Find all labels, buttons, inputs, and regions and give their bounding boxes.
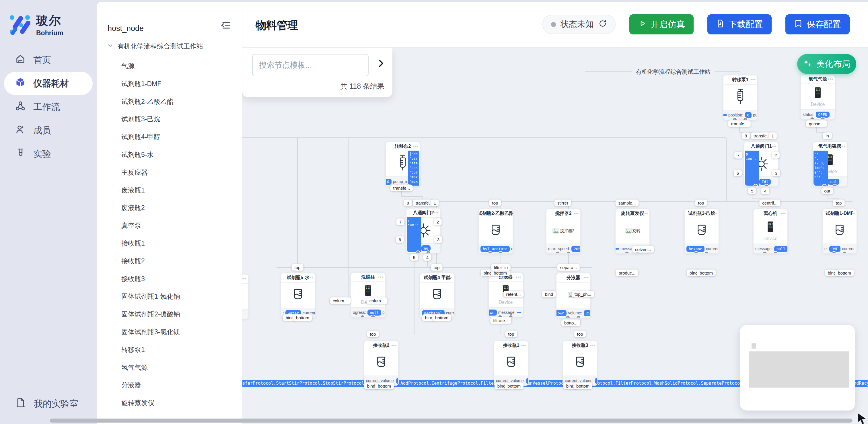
port-handle-icon[interactable]: › [508,315,513,317]
port-pill[interactable]: top_ph... [572,291,594,298]
port-pill[interactable]: produc... [616,270,638,276]
node-menu-icon[interactable]: ••• [242,276,247,281]
sidebar-item-experiments[interactable]: 实验 [0,142,97,166]
port-pill[interactable]: transfe. [413,200,433,206]
port-pill[interactable]: retent... [503,291,524,298]
port-handle-icon[interactable]: › [488,251,493,253]
sidebar-item-home[interactable]: 首页 [0,48,97,72]
port-pill[interactable]: 2 [434,219,442,225]
node-menu-icon[interactable]: ••• [590,342,595,347]
port-handle-icon[interactable]: › [822,184,827,186]
port-handle-icon[interactable]: › [763,251,767,253]
refresh-icon[interactable] [598,19,607,30]
save-config-button[interactable]: 保存配置 [785,14,850,34]
value-badge[interactable]: nu [422,245,431,251]
port-pill[interactable]: 3 [434,236,442,243]
node-card[interactable]: 转移泵2•••0pump_info:››{'de 'vir 'sta 'pos … [385,142,420,187]
node-card[interactable]: 转移泵1•••position:0pump›› [723,75,758,120]
node-card[interactable]: 试剂瓶3-己烷•••hexanecurrent_v›› [684,209,719,254]
port-pill[interactable]: 5 [748,188,756,194]
port-pill[interactable]: bottom [432,314,451,321]
port-pill[interactable]: bottom [574,383,592,389]
node-card[interactable]: 试剂瓶5-水•••:watercurrent_v›› [281,273,315,318]
tree-item[interactable]: 废液瓶1 [121,186,145,194]
port-pill[interactable]: out [822,188,833,194]
port-pill[interactable]: top [574,331,586,337]
port-pill[interactable]: top [833,200,845,206]
value-badge[interactable]: 2000 [571,246,580,252]
tree-item[interactable]: 试剂瓶3-己烷 [121,115,160,124]
node-menu-icon[interactable]: ••• [516,274,521,279]
port-pill[interactable]: in [823,132,832,139]
node-menu-icon[interactable]: ••• [584,275,589,280]
node-card[interactable]: 八通阀门2•••status:nu››r, ion': ' [406,208,441,253]
tree-item[interactable]: 真空泵 [121,221,141,230]
port-handle-icon[interactable]: › [842,251,847,253]
node-card[interactable]: 试剂瓶1-DMF•••e:DMFcurrent_vol›› [822,209,857,254]
tree-item[interactable]: 旋转蒸发仪 [121,398,154,407]
tree-item[interactable]: 接收瓶2 [121,256,145,265]
port-pill[interactable]: 3 [772,170,780,176]
tree-item[interactable]: 试剂瓶4-甲醇 [121,132,160,142]
node-menu-icon[interactable]: ••• [850,211,855,215]
node-card[interactable]: •••Idl›› [242,274,249,319]
value-badge[interactable]: DMF [829,246,840,252]
port-pill[interactable]: 2 [772,152,780,159]
port-handle-icon[interactable]: › [753,184,758,186]
port-pill[interactable]: 7 [396,219,404,225]
tree-item[interactable]: 固体试剂瓶3-氯化镁 [121,328,180,336]
minimap-viewport[interactable] [749,352,849,388]
port-pill[interactable]: transfe. [751,132,771,139]
tree-item[interactable]: 主反应器 [121,168,148,177]
node-menu-icon[interactable]: ••• [413,144,418,148]
port-pill[interactable]: top [292,264,304,271]
node-card[interactable]: 接收瓶2•••current_volume:0›› [364,340,399,386]
node-menu-icon[interactable]: ••• [433,210,439,215]
port-handle-icon[interactable]: › [555,251,560,253]
node-menu-icon[interactable]: ••• [574,211,579,215]
port-pill[interactable]: colum... [367,298,388,304]
node-menu-icon[interactable]: ••• [521,342,527,347]
tree-item[interactable]: 接收瓶1 [121,239,145,248]
value-badge[interactable]: 0 [396,378,398,384]
port-pill[interactable]: 7 [734,152,742,159]
port-handle-icon[interactable]: › [704,251,709,253]
node-menu-icon[interactable]: ••• [712,211,717,215]
value-badge[interactable]: 250 [584,310,590,316]
node-menu-icon[interactable]: ••• [828,76,833,81]
port-pill[interactable]: separa... [557,264,580,271]
port-pill[interactable]: sample... [616,200,639,206]
sidebar-item-workflow[interactable]: 工作流 [0,95,97,119]
node-menu-icon[interactable]: ••• [780,211,786,215]
value-badge[interactable]: nul [828,179,839,185]
tree-item[interactable]: 气源 [121,62,134,70]
port-pill[interactable]: colum... [330,298,351,304]
port-pill[interactable]: gasso... [806,120,827,127]
port-handle-icon[interactable]: › [565,315,570,317]
node-card[interactable]: 搅拌器2•••搅拌器2max_speed:2000›› [546,209,581,254]
port-pill[interactable]: centrif... [759,200,780,206]
node-menu-icon[interactable]: ••• [771,144,777,148]
port-pill[interactable]: 4 [424,254,431,261]
port-pill[interactable]: 6 [396,236,404,243]
port-pill[interactable]: transfe... [728,120,751,127]
node-menu-icon[interactable]: ••• [840,144,845,148]
port-pill[interactable]: bind [542,291,556,298]
tree-item[interactable]: 氢气气源 [121,363,148,372]
port-pill[interactable]: 5 [410,254,418,261]
port-handle-icon[interactable]: › [498,315,502,317]
node-card[interactable]: 接收瓶1•••current_volume:0›› [494,340,529,386]
port-handle-icon[interactable]: › [732,117,737,120]
port-pill[interactable]: bottom [293,314,312,321]
node-menu-icon[interactable]: ••• [643,211,648,215]
sidebar-item-members[interactable]: 成员 [0,119,97,142]
node-menu-icon[interactable]: ••• [447,275,453,280]
value-badge[interactable]: 0 [526,378,528,384]
beautify-layout-button[interactable]: 美化布局 [797,54,856,74]
port-pill[interactable]: 1 [769,132,777,139]
port-pill[interactable]: bottom [504,383,524,389]
tree-item[interactable]: 废液瓶2 [121,203,145,212]
node-card[interactable]: 氢气气源•••Devicestatus:OPEN›› [800,74,835,120]
port-pill[interactable]: top [489,200,501,206]
port-pill[interactable]: top [695,200,707,206]
